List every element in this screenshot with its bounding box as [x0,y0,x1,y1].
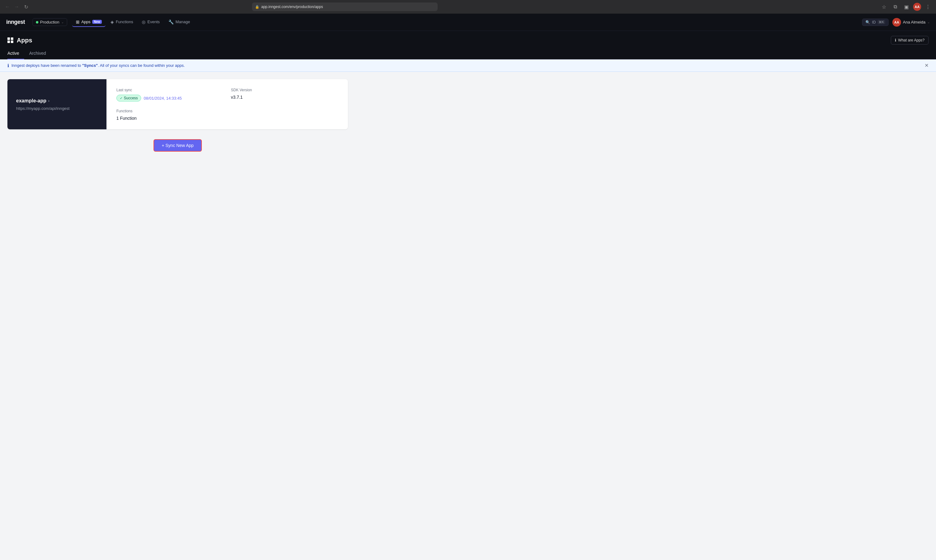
apps-new-badge: New [92,20,102,24]
app-name[interactable]: example-app › [16,98,98,104]
browser-actions: ☆ ⧉ ▣ AA ⋮ [880,3,932,11]
keyboard-shortcut: ⌘K [878,20,885,24]
user-menu[interactable]: AA Ana Almeida ⌄ [892,18,930,27]
app-card: example-app › https://myapp.com/api/inng… [8,79,348,129]
sync-timestamp: 08/01/2024, 14:33:45 [144,96,182,100]
address-bar[interactable]: 🔒 app.inngest.com/env/production/apps [252,3,438,11]
apps-grid-icon [8,37,14,43]
id-search-button[interactable]: 🔍 ID ⌘K [862,18,889,26]
user-menu-chevron-icon: ⌄ [927,20,930,24]
app-name-chevron-icon: › [48,99,49,103]
sidebar-button[interactable]: ▣ [902,3,911,11]
nav-tab-events[interactable]: ◎ Events [138,18,163,27]
app-card-left: example-app › https://myapp.com/api/inng… [8,79,106,129]
tab-active[interactable]: Active [8,48,24,59]
forward-button[interactable]: → [13,3,20,11]
nav-tab-manage[interactable]: 🔧 Manage [165,18,194,27]
sync-status-text: Success [124,96,138,100]
sdk-version-value: v3.7.1 [231,95,338,100]
menu-button[interactable]: ⋮ [924,3,932,11]
lock-icon: 🔒 [255,5,259,9]
nav-tab-functions[interactable]: ◈ Functions [107,18,137,27]
star-button[interactable]: ☆ [880,3,888,11]
functions-icon: ◈ [111,20,114,25]
what-are-apps-button[interactable]: ℹ What are Apps? [891,36,928,45]
functions-value: 1 Function [116,116,223,121]
env-status-dot [36,21,38,23]
back-button[interactable]: ← [4,3,11,11]
app-url: https://myapp.com/api/inngest [16,106,98,111]
last-sync-label: Last sync [116,88,223,92]
sdk-version-label: SDK Version [231,88,338,92]
nav-tabs: ⊞ Apps New ◈ Functions ◎ Events 🔧 Manage [72,18,862,27]
nav-tab-apps-label: Apps [82,20,91,24]
tab-archived[interactable]: Archived [24,48,51,59]
logo: inngest [6,19,25,25]
url-text: app.inngest.com/env/production/apps [261,5,323,9]
sync-new-app-button[interactable]: + Sync New App [154,139,202,152]
last-sync-group: Last sync ✓ Success 08/01/2024, 14:33:45 [116,88,223,102]
env-name: Production [40,20,59,25]
nav-tab-apps[interactable]: ⊞ Apps New [72,18,106,27]
nav-tab-manage-label: Manage [176,20,190,24]
page-title-row: Apps ℹ What are Apps? [8,36,928,45]
env-chevron-icon: ⌄ [61,20,64,24]
functions-label: Functions [116,109,223,113]
sdk-version-group: SDK Version v3.7.1 [231,88,338,102]
app-card-right: Last sync ✓ Success 08/01/2024, 14:33:45… [106,79,348,129]
app-header: inngest Production ⌄ ⊞ Apps New ◈ Functi… [0,14,936,31]
banner-content: ℹ Inngest deploys have been renamed to "… [8,63,185,68]
sync-new-app-wrapper: + Sync New App [8,139,348,152]
check-icon: ✓ [120,96,123,100]
page-tabs: Active Archived [8,48,928,59]
apps-icon: ⊞ [76,20,80,25]
browser-chrome: ← → ↻ 🔒 app.inngest.com/env/production/a… [0,0,936,14]
nav-tab-functions-label: Functions [116,20,133,24]
sync-row: ✓ Success 08/01/2024, 14:33:45 [116,95,223,102]
browser-nav-buttons: ← → ↻ [4,3,30,11]
main-content: example-app › https://myapp.com/api/inng… [0,72,936,159]
user-avatar: AA [892,18,901,27]
browser-avatar[interactable]: AA [913,3,921,11]
banner-text: Inngest deploys have been renamed to "Sy… [11,63,185,68]
header-right: 🔍 ID ⌘K AA Ana Almeida ⌄ [862,18,930,27]
id-search-label: ID [872,20,876,25]
manage-icon: 🔧 [168,20,174,25]
events-icon: ◎ [142,20,145,25]
info-icon: ℹ [895,38,896,42]
env-selector[interactable]: Production ⌄ [32,18,67,26]
functions-group: Functions 1 Function [116,109,223,121]
user-name: Ana Almeida [903,20,925,25]
banner-close-button[interactable]: ✕ [925,63,928,68]
nav-tab-events-label: Events [147,20,160,24]
extension-button[interactable]: ⧉ [891,3,899,11]
success-badge: ✓ Success [116,95,141,102]
page-title: Apps [8,37,32,44]
search-icon: 🔍 [865,20,870,25]
banner-info-icon: ℹ [8,63,9,68]
reload-button[interactable]: ↻ [22,3,30,11]
page-header: Apps ℹ What are Apps? Active Archived [0,31,936,59]
info-banner: ℹ Inngest deploys have been renamed to "… [0,59,936,72]
